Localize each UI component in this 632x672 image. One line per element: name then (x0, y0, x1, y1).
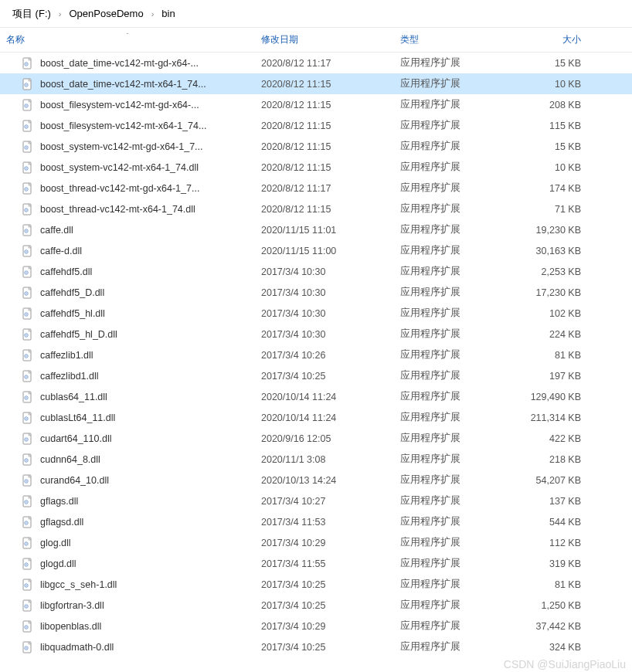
file-row[interactable]: curand64_10.dll2020/10/13 14:24应用程序扩展54,… (0, 470, 632, 490)
file-name-cell[interactable]: caffezlibd1.dll (0, 370, 255, 382)
column-header-name[interactable]: ˆ 名称 (0, 33, 255, 46)
dll-file-icon (22, 370, 34, 382)
file-name-cell[interactable]: cudnn64_8.dll (0, 453, 255, 466)
dll-file-icon (22, 99, 34, 111)
file-row[interactable]: boost_filesystem-vc142-mt-gd-x64-...2020… (0, 94, 632, 115)
file-name-text: boost_date_time-vc142-mt-gd-x64-... (40, 58, 199, 69)
file-row[interactable]: boost_date_time-vc142-mt-gd-x64-...2020/… (0, 53, 632, 73)
file-name-cell[interactable]: curand64_10.dll (0, 474, 255, 487)
file-row[interactable]: caffezlib1.dll2017/3/4 10:26应用程序扩展81 KB (0, 344, 632, 365)
column-header-date[interactable]: 修改日期 (255, 33, 394, 46)
dll-file-icon (22, 641, 34, 653)
file-type-cell: 应用程序扩展 (394, 599, 494, 612)
breadcrumb-item-root[interactable]: 项目 (F:) (9, 5, 54, 22)
file-row[interactable]: glogd.dll2017/3/4 11:55应用程序扩展319 KB (0, 553, 632, 574)
file-row[interactable]: caffehdf5_D.dll2017/3/4 10:30应用程序扩展17,23… (0, 282, 632, 303)
file-row[interactable]: libopenblas.dll2017/3/4 10:29应用程序扩展37,44… (0, 616, 632, 636)
file-name-text: caffehdf5.dll (40, 266, 92, 277)
file-row[interactable]: libgfortran-3.dll2017/3/4 10:25应用程序扩展1,2… (0, 595, 632, 616)
file-name-cell[interactable]: boost_filesystem-vc142-mt-gd-x64-... (0, 99, 255, 111)
file-name-cell[interactable]: cudart64_110.dll (0, 433, 255, 445)
file-name-cell[interactable]: libgcc_s_seh-1.dll (0, 579, 255, 591)
file-row[interactable]: cublasLt64_11.dll2020/10/14 11:24应用程序扩展2… (0, 407, 632, 428)
dll-file-icon (22, 120, 34, 132)
file-name-cell[interactable]: caffe-d.dll (0, 245, 255, 257)
file-row[interactable]: cublas64_11.dll2020/10/14 11:24应用程序扩展129… (0, 386, 632, 407)
file-name-text: boost_thread-vc142-mt-x64-1_74.dll (40, 204, 195, 215)
file-name-cell[interactable]: boost_thread-vc142-mt-x64-1_74.dll (0, 203, 255, 216)
file-row[interactable]: cudart64_110.dll2020/9/16 12:05应用程序扩展422… (0, 428, 632, 449)
file-name-cell[interactable]: libquadmath-0.dll (0, 641, 255, 653)
column-header-type[interactable]: 类型 (394, 33, 494, 46)
file-name-cell[interactable]: boost_date_time-vc142-mt-x64-1_74... (0, 78, 255, 90)
file-list[interactable]: ˆ 名称 修改日期 类型 大小 boost_date_time-vc142-mt… (0, 28, 632, 672)
file-name-cell[interactable]: caffehdf5.dll (0, 266, 255, 278)
file-row[interactable]: caffehdf5.dll2017/3/4 10:30应用程序扩展2,253 K… (0, 261, 632, 282)
file-row[interactable]: gflagsd.dll2017/3/4 11:53应用程序扩展544 KB (0, 511, 632, 532)
file-row[interactable]: boost_filesystem-vc142-mt-x64-1_74...202… (0, 115, 632, 136)
breadcrumb-item-folder[interactable]: OpenPoseDemo (66, 6, 147, 21)
breadcrumb-item-current[interactable]: bin (158, 6, 178, 21)
file-date-cell: 2020/8/12 11:15 (255, 162, 394, 173)
file-name-cell[interactable]: caffehdf5_hl.dll (0, 307, 255, 320)
dll-file-icon (22, 558, 34, 570)
file-name-cell[interactable]: gflagsd.dll (0, 516, 255, 528)
file-date-cell: 2020/11/1 3:08 (255, 454, 394, 465)
file-row[interactable]: caffehdf5_hl_D.dll2017/3/4 10:30应用程序扩展22… (0, 324, 632, 344)
file-date-cell: 2017/3/4 10:30 (255, 308, 394, 319)
file-type-cell: 应用程序扩展 (394, 432, 494, 445)
svg-point-74 (25, 564, 27, 565)
file-name-cell[interactable]: caffehdf5_hl_D.dll (0, 328, 255, 341)
file-row[interactable]: gflags.dll2017/3/4 10:27应用程序扩展137 KB (0, 490, 632, 511)
dll-file-icon (22, 516, 34, 528)
file-name-cell[interactable]: boost_system-vc142-mt-x64-1_74.dll (0, 161, 255, 174)
file-name-cell[interactable]: libgfortran-3.dll (0, 599, 255, 612)
file-name-cell[interactable]: boost_filesystem-vc142-mt-x64-1_74... (0, 120, 255, 132)
file-name-cell[interactable]: boost_system-vc142-mt-gd-x64-1_7... (0, 141, 255, 153)
file-row[interactable]: caffe.dll2020/11/15 11:01应用程序扩展19,230 KB (0, 219, 632, 240)
svg-point-8 (25, 105, 27, 107)
file-row[interactable]: caffehdf5_hl.dll2017/3/4 10:30应用程序扩展102 … (0, 303, 632, 324)
file-date-cell: 2017/3/4 10:25 (255, 371, 394, 382)
file-name-text: libquadmath-0.dll (40, 642, 114, 653)
file-name-cell[interactable]: caffe.dll (0, 224, 255, 236)
dll-file-icon (22, 245, 34, 257)
file-name-cell[interactable]: boost_thread-vc142-mt-gd-x64-1_7... (0, 182, 255, 195)
breadcrumb[interactable]: 项目 (F:) › OpenPoseDemo › bin (0, 0, 632, 28)
file-size-cell: 137 KB (494, 496, 587, 507)
svg-point-68 (25, 522, 27, 524)
column-header-size[interactable]: 大小 (494, 33, 587, 46)
file-row[interactable]: caffe-d.dll2020/11/15 11:00应用程序扩展30,163 … (0, 240, 632, 261)
file-row[interactable]: boost_system-vc142-mt-x64-1_74.dll2020/8… (0, 157, 632, 178)
file-name-cell[interactable]: gflags.dll (0, 495, 255, 507)
file-row[interactable]: caffezlibd1.dll2017/3/4 10:25应用程序扩展197 K… (0, 365, 632, 386)
file-name-cell[interactable]: cublasLt64_11.dll (0, 412, 255, 424)
svg-point-59 (25, 460, 27, 461)
file-name-cell[interactable]: caffezlib1.dll (0, 349, 255, 361)
file-row[interactable]: boost_thread-vc142-mt-x64-1_74.dll2020/8… (0, 199, 632, 219)
file-name-cell[interactable]: glogd.dll (0, 558, 255, 570)
dll-file-icon (22, 328, 34, 341)
file-name-text: cublasLt64_11.dll (40, 412, 115, 423)
file-size-cell: 102 KB (494, 308, 587, 319)
file-name-cell[interactable]: boost_date_time-vc142-mt-gd-x64-... (0, 57, 255, 70)
file-name-cell[interactable]: glog.dll (0, 537, 255, 549)
dll-file-icon (22, 141, 34, 153)
file-name-cell[interactable]: caffehdf5_D.dll (0, 287, 255, 299)
file-row[interactable]: boost_date_time-vc142-mt-x64-1_74...2020… (0, 73, 632, 94)
file-row[interactable]: libquadmath-0.dll2017/3/4 10:25应用程序扩展324… (0, 636, 632, 657)
file-row[interactable]: libgcc_s_seh-1.dll2017/3/4 10:25应用程序扩展81… (0, 574, 632, 595)
chevron-right-icon: › (59, 9, 62, 19)
svg-point-47 (25, 376, 27, 378)
file-type-cell: 应用程序扩展 (394, 286, 494, 299)
file-name-text: caffezlib1.dll (40, 350, 93, 361)
file-type-cell: 应用程序扩展 (394, 411, 494, 424)
file-row[interactable]: glog.dll2017/3/4 10:29应用程序扩展112 KB (0, 532, 632, 553)
file-name-cell[interactable]: libopenblas.dll (0, 620, 255, 633)
file-row[interactable]: boost_thread-vc142-mt-gd-x64-1_7...2020/… (0, 178, 632, 199)
file-row[interactable]: cudnn64_8.dll2020/11/1 3:08应用程序扩展218 KB (0, 449, 632, 470)
svg-point-71 (25, 543, 27, 545)
file-type-cell: 应用程序扩展 (394, 640, 494, 653)
file-name-cell[interactable]: cublas64_11.dll (0, 391, 255, 403)
file-row[interactable]: boost_system-vc142-mt-gd-x64-1_7...2020/… (0, 136, 632, 157)
